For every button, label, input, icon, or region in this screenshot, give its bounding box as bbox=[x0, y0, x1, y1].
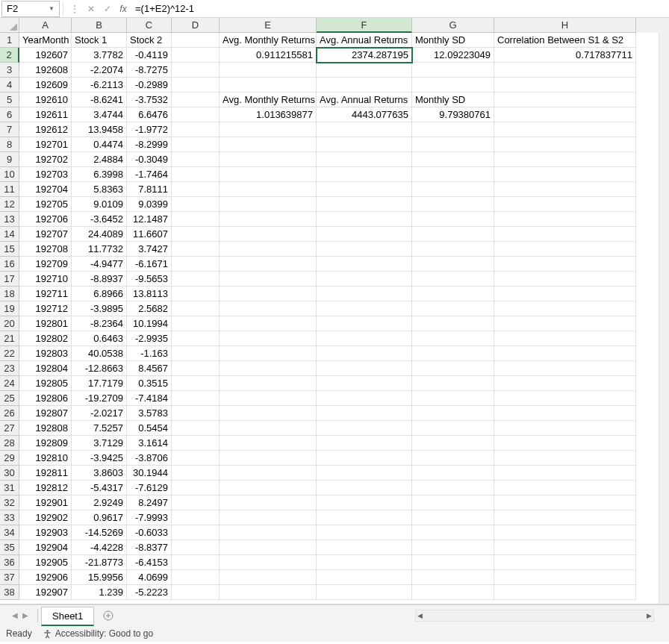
cell-C29[interactable]: -3.8706 bbox=[127, 451, 172, 466]
cell-B23[interactable]: -12.8663 bbox=[72, 361, 127, 376]
cell-B19[interactable]: -3.9895 bbox=[72, 301, 127, 316]
cell-G5[interactable]: Monthly SD bbox=[412, 93, 494, 107]
cell-D19[interactable] bbox=[172, 301, 220, 316]
cell-C31[interactable]: -7.6129 bbox=[127, 481, 172, 495]
cell-H37[interactable] bbox=[494, 570, 636, 585]
cell-F22[interactable] bbox=[317, 346, 412, 361]
cell-F4[interactable] bbox=[317, 78, 412, 93]
cell-D15[interactable] bbox=[172, 242, 220, 257]
row-header-25[interactable]: 25 bbox=[0, 391, 19, 406]
cell-H26[interactable] bbox=[494, 406, 636, 421]
column-header-H[interactable]: H bbox=[494, 18, 636, 33]
cell-B12[interactable]: 9.0109 bbox=[72, 197, 127, 212]
cell-G21[interactable] bbox=[412, 331, 494, 346]
cell-H31[interactable] bbox=[494, 481, 636, 495]
cell-G15[interactable] bbox=[412, 242, 494, 257]
cell-H22[interactable] bbox=[494, 346, 636, 361]
cell-D38[interactable] bbox=[172, 585, 220, 600]
name-box[interactable]: F2 ▼ bbox=[1, 1, 60, 17]
cell-E8[interactable] bbox=[220, 137, 317, 152]
cell-D11[interactable] bbox=[172, 182, 220, 197]
cell-C19[interactable]: 2.5682 bbox=[127, 301, 172, 316]
tab-sheet1[interactable]: Sheet1 bbox=[41, 607, 94, 626]
cell-C7[interactable]: -1.9772 bbox=[127, 122, 172, 137]
row-header-35[interactable]: 35 bbox=[0, 540, 19, 555]
cell-A26[interactable]: 192807 bbox=[19, 406, 72, 421]
cell-H6[interactable] bbox=[494, 107, 636, 122]
cell-D12[interactable] bbox=[172, 197, 220, 212]
cell-D21[interactable] bbox=[172, 331, 220, 346]
cell-C11[interactable]: 7.8111 bbox=[127, 182, 172, 197]
cell-E19[interactable] bbox=[220, 301, 317, 316]
row-header-38[interactable]: 38 bbox=[0, 585, 19, 600]
cell-D14[interactable] bbox=[172, 227, 220, 242]
cell-F3[interactable] bbox=[317, 63, 412, 78]
cell-B30[interactable]: 3.8603 bbox=[72, 466, 127, 481]
row-header-9[interactable]: 9 bbox=[0, 152, 19, 167]
cell-A19[interactable]: 192712 bbox=[19, 301, 72, 316]
cell-E36[interactable] bbox=[220, 555, 317, 570]
cell-H27[interactable] bbox=[494, 421, 636, 436]
cell-E11[interactable] bbox=[220, 182, 317, 197]
cell-E9[interactable] bbox=[220, 152, 317, 167]
row-header-14[interactable]: 14 bbox=[0, 227, 19, 242]
cell-A31[interactable]: 192812 bbox=[19, 481, 72, 495]
cell-C13[interactable]: 12.1487 bbox=[127, 212, 172, 227]
cell-F17[interactable] bbox=[317, 272, 412, 287]
row-header-12[interactable]: 12 bbox=[0, 197, 19, 212]
cell-F5[interactable]: Avg. Annual Returns bbox=[317, 93, 412, 107]
cell-A14[interactable]: 192707 bbox=[19, 227, 72, 242]
row-header-37[interactable]: 37 bbox=[0, 570, 19, 585]
cell-H7[interactable] bbox=[494, 122, 636, 137]
cell-E21[interactable] bbox=[220, 331, 317, 346]
cell-H34[interactable] bbox=[494, 525, 636, 540]
cell-A34[interactable]: 192903 bbox=[19, 525, 72, 540]
scroll-left-icon[interactable]: ◀ bbox=[417, 612, 423, 619]
cell-D7[interactable] bbox=[172, 122, 220, 137]
cell-G34[interactable] bbox=[412, 525, 494, 540]
fx-icon[interactable]: fx bbox=[116, 4, 131, 14]
cell-A29[interactable]: 192810 bbox=[19, 451, 72, 466]
row-header-22[interactable]: 22 bbox=[0, 346, 19, 361]
cell-D22[interactable] bbox=[172, 346, 220, 361]
cell-A25[interactable]: 192806 bbox=[19, 391, 72, 406]
cell-E15[interactable] bbox=[220, 242, 317, 257]
cell-F18[interactable] bbox=[317, 287, 412, 301]
cell-D13[interactable] bbox=[172, 212, 220, 227]
cell-E25[interactable] bbox=[220, 391, 317, 406]
cell-G6[interactable]: 9.79380761 bbox=[412, 107, 494, 122]
cell-H24[interactable] bbox=[494, 376, 636, 391]
cell-B29[interactable]: -3.9425 bbox=[72, 451, 127, 466]
cell-F15[interactable] bbox=[317, 242, 412, 257]
cell-D33[interactable] bbox=[172, 510, 220, 525]
cell-G16[interactable] bbox=[412, 257, 494, 272]
cell-D26[interactable] bbox=[172, 406, 220, 421]
cell-H5[interactable] bbox=[494, 93, 636, 107]
cell-D36[interactable] bbox=[172, 555, 220, 570]
cell-D28[interactable] bbox=[172, 436, 220, 451]
cell-C38[interactable]: -5.2223 bbox=[127, 585, 172, 600]
row-header-34[interactable]: 34 bbox=[0, 525, 19, 540]
cell-E28[interactable] bbox=[220, 436, 317, 451]
cell-E35[interactable] bbox=[220, 540, 317, 555]
cell-D3[interactable] bbox=[172, 63, 220, 78]
cell-C24[interactable]: 0.3515 bbox=[127, 376, 172, 391]
cell-H4[interactable] bbox=[494, 78, 636, 93]
cell-H20[interactable] bbox=[494, 316, 636, 331]
row-header-2[interactable]: 2 bbox=[0, 48, 19, 63]
cell-G38[interactable] bbox=[412, 585, 494, 600]
cell-C20[interactable]: 10.1994 bbox=[127, 316, 172, 331]
cell-D30[interactable] bbox=[172, 466, 220, 481]
column-header-G[interactable]: G bbox=[412, 18, 494, 33]
row-header-36[interactable]: 36 bbox=[0, 555, 19, 570]
cell-C35[interactable]: -8.8377 bbox=[127, 540, 172, 555]
column-header-A[interactable]: A bbox=[19, 18, 72, 33]
cell-C2[interactable]: -0.4119 bbox=[127, 48, 172, 63]
cell-B38[interactable]: 1.239 bbox=[72, 585, 127, 600]
row-header-6[interactable]: 6 bbox=[0, 107, 19, 122]
cell-A38[interactable]: 192907 bbox=[19, 585, 72, 600]
cell-H35[interactable] bbox=[494, 540, 636, 555]
cell-D23[interactable] bbox=[172, 361, 220, 376]
cell-C28[interactable]: 3.1614 bbox=[127, 436, 172, 451]
cell-B35[interactable]: -4.4228 bbox=[72, 540, 127, 555]
